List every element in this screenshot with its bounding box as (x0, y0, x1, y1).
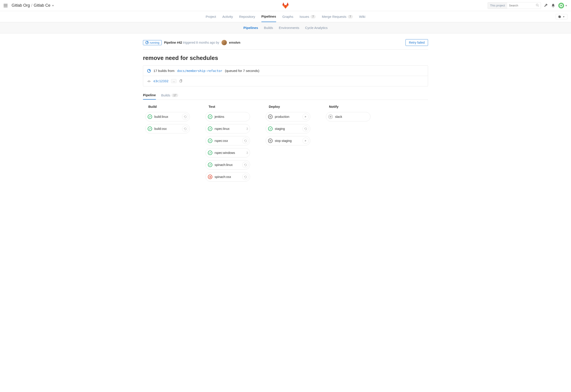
job-pill[interactable]: build:linux (145, 112, 190, 121)
success-icon (208, 126, 212, 131)
job-group-count: 3 (246, 151, 248, 154)
pipeline-id: #42 (177, 41, 182, 44)
success-icon (208, 151, 212, 155)
job-pill[interactable]: rspec:windows3 (205, 148, 250, 157)
expand-message-button[interactable]: ... (171, 79, 176, 83)
chevron-down-icon: ▼ (565, 4, 567, 7)
created-icon (328, 114, 333, 119)
pipeline-meta: Pipeline #42 triggered 8 months ago by (164, 41, 219, 44)
stage-build: Buildbuild:linuxbuild:osx (145, 105, 190, 133)
search-icon[interactable] (534, 4, 541, 7)
retry-icon[interactable] (302, 126, 309, 132)
breadcrumb-org[interactable]: Gitlab Org (12, 3, 30, 8)
tab-graphs[interactable]: Graphs (282, 11, 293, 22)
commit-icon (147, 79, 151, 83)
retry-icon[interactable] (182, 126, 188, 132)
job-pill[interactable]: rspec:linux3 (205, 124, 250, 133)
job-name: staging (275, 127, 300, 130)
job-name: rspec:windows (215, 151, 244, 154)
user-avatar[interactable]: ▼ (558, 3, 567, 8)
settings-dropdown[interactable]: ▼ (556, 14, 567, 19)
job-name: rspec:linux (215, 127, 244, 130)
tab-repository[interactable]: Repository (239, 11, 255, 22)
subtab-pipelines[interactable]: Pipelines (243, 26, 258, 30)
job-name: slack (335, 115, 369, 118)
author-name[interactable]: ernstvn (229, 41, 240, 44)
success-icon (208, 163, 212, 167)
search-scope[interactable]: This project (488, 2, 507, 9)
branch-link[interactable]: docs/membership-refactor (177, 69, 222, 73)
gitlab-logo-icon[interactable] (282, 1, 289, 10)
pipeline-label: Pipeline (164, 41, 176, 44)
subtab-cycle-analytics[interactable]: Cycle Analytics (305, 26, 328, 30)
success-icon (208, 114, 212, 119)
play-icon[interactable] (302, 138, 309, 144)
tab-issues-label: Issues (300, 15, 309, 18)
hamburger-menu-icon[interactable] (4, 4, 8, 7)
stage-title: Build (145, 105, 190, 109)
builds-count-text: 17 builds from (153, 69, 174, 73)
avatar-icon (558, 3, 564, 8)
stage-notify: Notifyslack (326, 105, 371, 121)
stage-title: Deploy (266, 105, 310, 109)
author-avatar[interactable] (222, 40, 227, 45)
detail-tab-builds[interactable]: Builds 17 (161, 91, 178, 99)
pipeline-triggered-text: triggered 8 months ago by (183, 41, 219, 44)
job-pill[interactable]: staging (266, 124, 310, 133)
job-pill[interactable]: production (266, 112, 310, 121)
job-pill[interactable]: spinach:osx (205, 172, 250, 182)
status-badge-running[interactable]: running (143, 40, 162, 45)
job-name: rspec:osx (215, 139, 240, 142)
detail-tab-builds-label: Builds (161, 93, 170, 97)
job-pill[interactable]: rspec:osx (205, 136, 250, 145)
tab-merge-requests[interactable]: Merge Requests 7 (322, 11, 353, 22)
svg-line-1 (538, 6, 539, 7)
copy-icon[interactable] (179, 79, 182, 83)
job-name: spinach:linux (215, 163, 240, 167)
success-icon (148, 126, 152, 131)
job-pill[interactable]: slack (326, 112, 371, 121)
play-icon[interactable] (302, 113, 309, 120)
header-right: This project ▼ (488, 2, 567, 9)
retry-icon[interactable] (182, 113, 188, 120)
job-pill[interactable]: spinach:linux (205, 160, 250, 169)
commit-info-row: e3c12332 ... (143, 76, 428, 86)
chevron-down-icon[interactable]: ▼ (52, 4, 54, 7)
job-pill[interactable]: jenkins (205, 112, 250, 121)
retry-icon[interactable] (242, 174, 248, 180)
wrench-icon[interactable] (544, 4, 548, 8)
breadcrumb-project[interactable]: Gitlab Ce (34, 3, 50, 8)
job-name: spinach:osx (215, 175, 240, 179)
subtab-builds[interactable]: Builds (264, 26, 273, 30)
subtab-environments[interactable]: Environments (279, 26, 299, 30)
tab-project[interactable]: Project (206, 11, 216, 22)
job-name: build:linux (154, 115, 180, 118)
sub-nav: Pipelines Builds Environments Cycle Anal… (0, 22, 571, 33)
tab-wiki[interactable]: Wiki (359, 11, 365, 22)
svg-point-7 (270, 140, 270, 141)
retry-icon[interactable] (242, 138, 248, 144)
bell-icon[interactable] (551, 4, 555, 8)
detail-tab-pipeline[interactable]: Pipeline (143, 91, 156, 99)
builds-info-row: 17 builds from docs/membership-refactor … (143, 66, 428, 76)
job-pill[interactable]: stop staging (266, 136, 310, 145)
breadcrumb[interactable]: Gitlab Org / Gitlab Ce ▼ (12, 3, 54, 8)
search-group: This project (488, 2, 541, 9)
commit-sha-link[interactable]: e3c12332 (153, 79, 168, 83)
svg-point-6 (270, 116, 270, 117)
content: running Pipeline #42 triggered 8 months … (139, 33, 432, 190)
job-name: stop staging (275, 139, 300, 142)
tab-activity[interactable]: Activity (222, 11, 233, 22)
manual-icon (268, 139, 272, 143)
stage-deploy: Deployproductionstagingstop staging (266, 105, 310, 145)
tab-issues[interactable]: Issues 7 (300, 11, 316, 22)
stage-test: Testjenkinsrspec:linux3rspec:osxrspec:wi… (205, 105, 250, 182)
job-pill[interactable]: build:osx (145, 124, 190, 133)
retry-failed-button[interactable]: Retry failed (406, 39, 428, 46)
success-icon (268, 126, 272, 131)
tab-pipelines[interactable]: Pipelines (261, 11, 276, 22)
top-header: Gitlab Org / Gitlab Ce ▼ This project ▼ (0, 0, 571, 11)
search-input[interactable] (507, 4, 534, 7)
queued-text: (queued for 7 seconds) (225, 69, 259, 73)
retry-icon[interactable] (242, 162, 248, 168)
